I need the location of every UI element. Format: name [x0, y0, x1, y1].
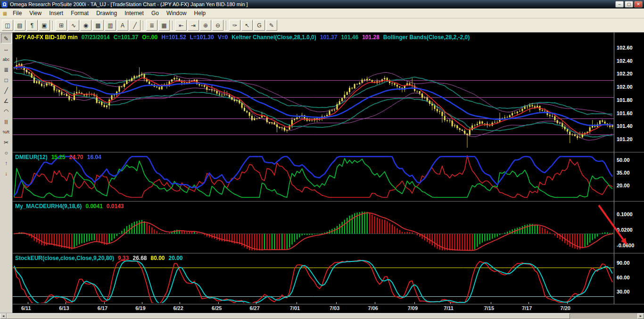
header-segment: 20.00: [169, 255, 183, 261]
menu-item-internet[interactable]: Internet: [121, 9, 148, 17]
header-segment: 101.37: [320, 34, 338, 40]
window-controls: –▢✕: [615, 1, 643, 8]
scale-right-button[interactable]: ⇥: [188, 20, 199, 31]
horizontal-scrollbar: ◄ ►: [0, 313, 644, 319]
eraser-tool[interactable]: ✂: [1, 137, 12, 147]
insert-text-button[interactable]: A: [117, 20, 128, 31]
ellipse-tool[interactable]: ○: [1, 148, 12, 158]
insert-paintbar-button[interactable]: ▩: [92, 20, 104, 31]
insert-trendline-button[interactable]: ╱: [129, 20, 140, 31]
x-axis-label: 7/06: [368, 305, 378, 311]
menu-item-format[interactable]: Format: [67, 9, 92, 17]
drawing-pointer-button[interactable]: ✎: [266, 20, 277, 31]
window-title: Omega Research ProSuite 2000i - TA_UJ - …: [10, 1, 613, 7]
globalserver-button[interactable]: G: [254, 20, 265, 31]
x-axis-label: 7/17: [522, 305, 532, 311]
scrollbar-thumb[interactable]: [7, 313, 570, 319]
format-analysis-button[interactable]: ≣: [146, 20, 157, 31]
header-segment: O=.00: [142, 34, 157, 40]
header-segment: 26.68: [132, 255, 147, 261]
app-window: Ω Omega Research ProSuite 2000i - TA_UJ …: [0, 0, 644, 319]
y-axis-label: 90.00: [617, 260, 630, 266]
header-segment: 101.28: [362, 34, 380, 40]
close-button[interactable]: ✕: [634, 1, 643, 8]
insert-symbol-button[interactable]: ⊞: [56, 20, 67, 31]
x-axis-label: 7/09: [408, 305, 418, 311]
menu-item-file[interactable]: File: [9, 9, 25, 17]
scale-left-button[interactable]: ⇤: [175, 20, 187, 31]
trendline-tool[interactable]: ╱: [1, 85, 12, 95]
panel-2-header: DMIEUR(12)15.2524.7016.04: [15, 154, 101, 160]
menu-item-go[interactable]: Go: [148, 9, 163, 17]
header-segment: 15.25: [51, 154, 66, 160]
zoom-out-button[interactable]: ⊖: [212, 20, 223, 31]
header-segment: C=101.37: [114, 34, 138, 40]
header-segment: L=101.30: [190, 34, 214, 40]
panel-separator: [13, 152, 644, 152]
chart-window-button[interactable]: ◫: [2, 20, 13, 31]
y-axis-label: 101.60: [617, 110, 633, 116]
time-axis: 6/116/136/176/196/226/256/277/017/037/06…: [13, 304, 644, 313]
chart-canvas[interactable]: [13, 33, 614, 304]
header-segment: 0.0143: [107, 203, 124, 209]
insert-indicator-button[interactable]: ∿: [68, 20, 79, 31]
x-axis-label: 6/19: [135, 305, 145, 311]
menu-item-window[interactable]: Window: [163, 9, 190, 17]
scroll-right-button[interactable]: ►: [637, 313, 644, 319]
zoom-in-button[interactable]: ⊕: [200, 20, 211, 31]
page-setup-button[interactable]: ¶: [26, 20, 38, 31]
header-segment: 9.33: [118, 255, 129, 261]
panel-separator: [13, 201, 644, 201]
header-segment: DMIEUR(12): [15, 154, 48, 160]
pencil-tool[interactable]: ✎: [1, 34, 12, 43]
header-segment: Keltner Channel(Close,28,1.0,0): [231, 34, 316, 40]
drawing-tool-palette: ✎↔abc≣□╱∠◠|||%R✂○↑↓: [0, 33, 13, 313]
header-segment: 16.04: [87, 154, 101, 160]
menu-item-view[interactable]: View: [25, 9, 45, 17]
fib-timezone-tool[interactable]: |||: [1, 117, 12, 126]
percent-r-tool[interactable]: %R: [1, 127, 12, 137]
menu-item-insert[interactable]: Insert: [45, 9, 67, 17]
y-axis-label: 101.40: [617, 123, 633, 129]
arc-tool[interactable]: ◠: [1, 106, 12, 116]
text-label-tool[interactable]: abc: [1, 54, 12, 64]
header-segment: H=101.52: [161, 34, 186, 40]
arrow-up-tool[interactable]: ↑: [1, 158, 12, 168]
x-axis-label: 6/25: [212, 305, 222, 311]
scroll-left-button[interactable]: ◄: [0, 313, 7, 319]
header-segment: 80.00: [150, 255, 165, 261]
pointer-button[interactable]: ↖: [241, 20, 253, 31]
header-segment: 07/23/2014: [82, 34, 110, 40]
insert-activitybar-button[interactable]: ▥: [105, 20, 116, 31]
y-axis-label: 102.20: [617, 71, 633, 76]
scrollbar-track[interactable]: [570, 313, 637, 319]
expand-compress-tool[interactable]: ↔: [1, 44, 12, 54]
horizontal-lines-tool[interactable]: ≣: [1, 65, 12, 75]
tools-button[interactable]: ✑: [229, 20, 240, 31]
rectangle-tool[interactable]: □: [1, 75, 12, 85]
header-segment: StockEUR(close,close,Close,9,20,80): [15, 255, 114, 261]
arrow-down-tool[interactable]: ↓: [1, 168, 12, 178]
angle-tool[interactable]: ∠: [1, 96, 12, 106]
menu-item-help[interactable]: Help: [190, 9, 210, 17]
restore-button[interactable]: ▢: [625, 1, 633, 8]
x-axis-label: 6/17: [98, 305, 107, 311]
chart-window-icon: ▦: [1, 10, 9, 17]
panel-separator: [13, 304, 644, 304]
header-segment: 0.0041: [85, 203, 103, 209]
toolbar-separator: [226, 21, 227, 30]
y-axis-label: -0.0600: [617, 243, 634, 248]
insert-showme-button[interactable]: ◉: [80, 20, 91, 31]
y-axis-label: 102.60: [617, 45, 633, 50]
header-segment: 101.46: [341, 34, 358, 40]
x-axis-label: 6/13: [59, 305, 69, 311]
menu-bar: ▦FileViewInsertFormatDrawingInternetGoWi…: [0, 8, 644, 18]
print-button[interactable]: ▤: [14, 20, 25, 31]
header-segment: My_MACDEURH4(9,18,6): [15, 203, 82, 209]
x-axis-label: 7/11: [444, 305, 454, 311]
minimize-button[interactable]: –: [615, 1, 624, 8]
menu-item-drawing[interactable]: Drawing: [92, 9, 121, 17]
format-window-button[interactable]: ▦: [158, 20, 170, 31]
title-bar: Ω Omega Research ProSuite 2000i - TA_UJ …: [0, 0, 644, 8]
copy-window-button[interactable]: ▣: [39, 20, 50, 31]
